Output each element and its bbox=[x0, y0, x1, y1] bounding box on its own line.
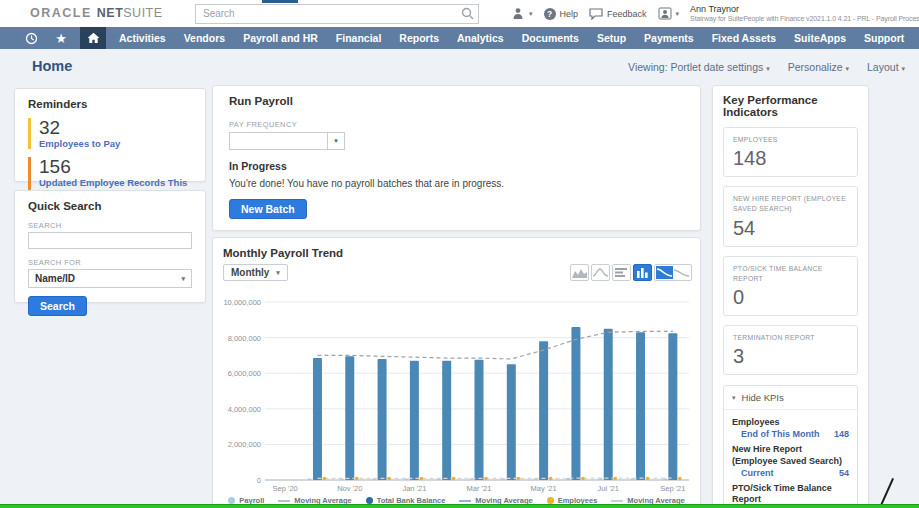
kpi-period-link[interactable]: End of This Month bbox=[741, 429, 819, 439]
main-nav: ★ ActivitiesVendorsPayroll and HRFinanci… bbox=[0, 27, 919, 49]
legend-dash-icon bbox=[459, 500, 471, 502]
hide-kpis-label: Hide KPIs bbox=[742, 392, 784, 403]
nav-item-reports[interactable]: Reports bbox=[390, 32, 448, 44]
user-menu[interactable]: ▾ bbox=[658, 7, 680, 20]
reminders-title: Reminders bbox=[28, 98, 192, 110]
kpi-period-link[interactable]: Current bbox=[741, 468, 774, 478]
chevron-down-icon: ▾ bbox=[846, 65, 850, 72]
kpi-card-employees[interactable]: EMPLOYEES148 bbox=[723, 127, 858, 177]
kpi-value: 54 bbox=[839, 468, 849, 478]
kpi-card-pto-sick-time-balance-report[interactable]: PTO/SICK TIME BALANCE REPORT0 bbox=[723, 256, 858, 316]
nav-item-fixed-assets[interactable]: Fixed Assets bbox=[703, 32, 785, 44]
page-controls: Viewing: Portlet date settings ▾ Persona… bbox=[628, 61, 905, 73]
chevron-down-icon: ▾ bbox=[676, 10, 680, 18]
new-batch-button[interactable]: New Batch bbox=[229, 199, 307, 219]
user-info[interactable]: Ann Traynor Stairway for SuitePeople wit… bbox=[690, 4, 919, 24]
roles-menu[interactable]: ▾ bbox=[512, 7, 533, 20]
top-bar-right: ▾ ? Help Feedback ▾ Ann Traynor Stairway… bbox=[512, 0, 919, 27]
svg-text:10,000,000: 10,000,000 bbox=[223, 298, 261, 307]
quick-search-input[interactable] bbox=[28, 232, 192, 249]
area-chart-icon bbox=[572, 267, 587, 278]
quick-search-button[interactable]: Search bbox=[28, 296, 87, 316]
chevron-down-icon: ▾ bbox=[334, 137, 338, 145]
nav-item-payments[interactable]: Payments bbox=[635, 32, 703, 44]
global-search-input[interactable] bbox=[195, 4, 479, 24]
search-for-select[interactable]: Name/ID ▾ bbox=[28, 269, 192, 288]
reminder-count: 32 bbox=[39, 118, 192, 138]
hbar-chart-type-button[interactable] bbox=[612, 264, 631, 281]
kpi-name: PTO/Sick Time Balance Report bbox=[732, 483, 849, 506]
nav-item-vendors[interactable]: Vendors bbox=[175, 32, 234, 44]
logo-net-text: NET bbox=[97, 6, 124, 20]
kpi-card-termination-report[interactable]: TERMINATION REPORT3 bbox=[723, 325, 858, 375]
payroll-trend-chart: 02,000,0004,000,0006,000,0008,000,00010,… bbox=[217, 282, 695, 496]
reminder-count: 156 bbox=[39, 157, 192, 177]
reminder-item: 32Employees to Pay bbox=[28, 118, 192, 149]
legend-dash-icon bbox=[611, 500, 623, 502]
kpi-card-value: 0 bbox=[733, 287, 848, 307]
netsuite-dashboard: ORACLENETSUITE ▾ ? Help Feedback ▾ bbox=[0, 0, 919, 508]
nav-item-suiteapps[interactable]: SuiteApps bbox=[785, 32, 855, 44]
help-menu[interactable]: ? Help bbox=[544, 8, 579, 20]
legend-dot-icon bbox=[228, 497, 235, 504]
nav-item-setup[interactable]: Setup bbox=[588, 32, 635, 44]
feedback-icon bbox=[589, 8, 603, 20]
viewing-dropdown[interactable]: Viewing: Portlet date settings ▾ bbox=[628, 61, 770, 73]
nav-item-payroll-and-hr[interactable]: Payroll and HR bbox=[234, 32, 327, 44]
svg-text:6,000,000: 6,000,000 bbox=[228, 369, 261, 378]
line-chart-icon bbox=[593, 267, 608, 278]
kpi-card-label: EMPLOYEES bbox=[733, 135, 848, 145]
kpi-card-label: PTO/SICK TIME BALANCE REPORT bbox=[733, 264, 848, 284]
recent-records-button[interactable] bbox=[16, 27, 46, 49]
kpi-cards: EMPLOYEES148NEW HIRE REPORT (EMPLOYEE SA… bbox=[723, 127, 858, 375]
avatar-icon bbox=[658, 7, 672, 20]
oracle-netsuite-logo[interactable]: ORACLENETSUITE bbox=[30, 6, 163, 20]
nav-item-financial[interactable]: Financial bbox=[327, 32, 391, 44]
bar-chart-type-button[interactable] bbox=[633, 264, 652, 281]
chevron-down-icon: ▾ bbox=[529, 10, 533, 18]
legend-dot-icon bbox=[366, 497, 373, 504]
legend-dot-icon bbox=[547, 497, 554, 504]
personalize-dropdown[interactable]: Personalize ▾ bbox=[788, 61, 849, 73]
svg-text:Jul '21: Jul '21 bbox=[598, 484, 619, 493]
personalize-label: Personalize bbox=[788, 61, 843, 73]
global-search bbox=[195, 3, 479, 23]
nav-item-activities[interactable]: Activities bbox=[110, 32, 175, 44]
user-name: Ann Traynor bbox=[690, 4, 919, 15]
reminder-link-employees-to-pay[interactable]: Employees to Pay bbox=[39, 138, 192, 149]
chevron-down-icon: ▾ bbox=[276, 269, 280, 277]
svg-text:Jan '21: Jan '21 bbox=[402, 484, 426, 493]
legend-dash-icon bbox=[278, 500, 290, 502]
search-for-label: SEARCH FOR bbox=[28, 258, 192, 267]
chart-type-toolbar bbox=[570, 264, 692, 281]
kpi-sub: Current54 bbox=[732, 468, 849, 478]
hide-kpis-toggle[interactable]: ▾ Hide KPIs bbox=[724, 386, 857, 410]
search-for-value: Name/ID bbox=[35, 273, 75, 284]
svg-text:4,000,000: 4,000,000 bbox=[228, 405, 261, 414]
svg-text:Nov '20: Nov '20 bbox=[337, 484, 362, 493]
bar-chart-icon bbox=[636, 267, 649, 278]
kpi-card-value: 54 bbox=[733, 218, 848, 238]
payroll-trend-title: Monthly Payroll Trend bbox=[223, 247, 690, 259]
feedback-menu[interactable]: Feedback bbox=[589, 8, 647, 20]
kpi-title: Key Performance Indicators bbox=[723, 94, 858, 118]
page-title: Home bbox=[32, 58, 72, 74]
nav-item-support[interactable]: Support bbox=[855, 32, 913, 44]
line-chart-type-button[interactable] bbox=[591, 264, 610, 281]
area-chart-type-button[interactable] bbox=[570, 264, 589, 281]
roles-icon bbox=[512, 7, 525, 20]
help-label: Help bbox=[560, 9, 579, 19]
home-button[interactable] bbox=[80, 27, 106, 49]
top-bar: ORACLENETSUITE ▾ ? Help Feedback ▾ bbox=[0, 0, 919, 27]
period-select[interactable]: Monthly ▾ bbox=[223, 264, 288, 281]
layout-dropdown[interactable]: Layout ▾ bbox=[867, 61, 905, 73]
quick-search-title: Quick Search bbox=[28, 200, 192, 212]
kpi-card-new-hire-report-employee-saved-search[interactable]: NEW HIRE REPORT (EMPLOYEE SAVED SEARCH)5… bbox=[723, 186, 858, 246]
nav-item-documents[interactable]: Documents bbox=[513, 32, 588, 44]
nav-item-analytics[interactable]: Analytics bbox=[448, 32, 513, 44]
user-role: Stairway for SuitePeople with Finance v2… bbox=[690, 15, 919, 24]
chevron-down-icon: ▾ bbox=[181, 275, 185, 283]
shortcuts-button[interactable]: ★ bbox=[46, 27, 76, 49]
pay-frequency-select[interactable]: ▾ bbox=[229, 132, 345, 150]
trend-toggle-button[interactable] bbox=[654, 264, 692, 281]
